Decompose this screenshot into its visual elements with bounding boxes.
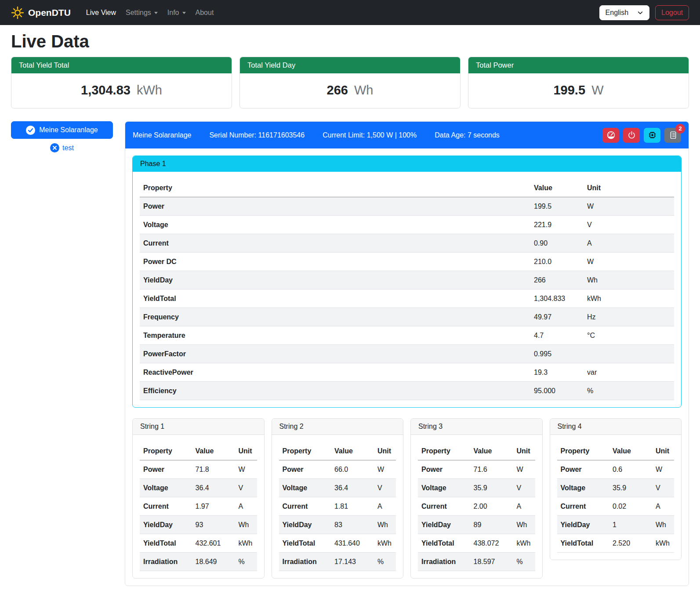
property-cell: Temperature (140, 326, 530, 345)
unit-cell: Wh (511, 516, 535, 534)
string-2-card: String 2 Property Value Unit (272, 418, 404, 579)
card-unit: kWh (137, 83, 162, 97)
column-header-property: Property (279, 442, 331, 460)
table-row: PowerFactor0.995 (140, 345, 674, 363)
card-title: Total Yield Total (11, 57, 232, 73)
unit-cell: Wh (232, 516, 257, 534)
column-header-value: Value (530, 179, 580, 197)
limit-settings-button[interactable] (602, 128, 619, 143)
value-cell: 18.649 (192, 553, 232, 571)
column-header-property: Property (418, 442, 470, 460)
column-header-property: Property (140, 442, 192, 460)
unit-cell: % (232, 553, 257, 571)
inverter-data-age: Data Age: 7 seconds (435, 131, 500, 139)
value-cell: 89 (470, 516, 511, 534)
unit-cell: kWh (232, 534, 257, 553)
unit-cell: Wh (580, 271, 674, 289)
table-row: YieldTotal438.072kWh (418, 534, 535, 553)
nav-item-label: Info (167, 9, 179, 17)
value-cell: 0.6 (609, 460, 649, 479)
property-cell: Voltage (140, 479, 192, 497)
string-1-title: String 1 (133, 419, 264, 435)
property-cell: YieldTotal (418, 534, 470, 553)
table-row: Current1.81A (279, 497, 396, 516)
table-row: Current2.00A (418, 497, 535, 516)
table-row: Current0.02A (557, 497, 675, 516)
nav-item-info[interactable]: Info (163, 5, 190, 20)
property-cell: Current (279, 497, 331, 516)
unit-cell: % (511, 553, 535, 571)
string-4-title: String 4 (550, 419, 682, 435)
inverter-serial: Serial Number: 116171603546 (209, 131, 305, 139)
column-header-unit: Unit (649, 442, 674, 460)
value-cell: 95.000 (530, 382, 580, 400)
unit-cell: V (511, 479, 535, 497)
property-cell: Power DC (140, 253, 530, 271)
brand-name: OpenDTU (28, 7, 71, 18)
table-row: YieldTotal432.601kWh (140, 534, 257, 553)
property-cell: Current (140, 234, 530, 253)
event-log-button[interactable]: 2 (664, 128, 681, 143)
value-cell: 1,304.833 (530, 289, 580, 308)
table-row: Irradiation18.649% (140, 553, 257, 571)
value-cell: 71.6 (470, 460, 511, 479)
property-cell: YieldDay (140, 271, 530, 289)
device-info-button[interactable] (644, 128, 660, 143)
value-cell: 0.02 (609, 497, 649, 516)
unit-cell: A (580, 234, 674, 253)
dropdown-caret-icon (154, 12, 158, 14)
unit-cell: A (232, 497, 257, 516)
property-cell: Voltage (140, 216, 530, 234)
string-4-table: Property Value Unit Power0.6WVoltage35.9… (557, 442, 675, 553)
logout-button[interactable]: Logout (655, 5, 689, 20)
table-header-row: Property Value Unit (140, 179, 674, 197)
property-cell: YieldDay (418, 516, 470, 534)
column-header-property: Property (557, 442, 609, 460)
value-cell: 49.97 (530, 308, 580, 326)
summary-cards-row: Total Yield Total 1,304.83 kWh Total Yie… (11, 57, 689, 109)
property-cell: YieldDay (140, 516, 192, 534)
table-row: Efficiency95.000% (140, 382, 674, 400)
inverter-limit: Current Limit: 1,500 W | 100% (323, 131, 417, 139)
nav-item-live-view[interactable]: Live View (82, 5, 120, 20)
brand-logo[interactable]: OpenDTU (11, 6, 71, 19)
unit-cell: W (371, 460, 396, 479)
value-cell: 71.8 (192, 460, 232, 479)
unit-cell: A (649, 497, 674, 516)
property-cell: Irradiation (279, 553, 331, 571)
event-count-badge: 2 (675, 124, 685, 134)
table-header-row: Property Value Unit (140, 442, 257, 460)
table-row: Voltage35.9V (557, 479, 675, 497)
inverter-test-row: test (11, 143, 113, 152)
table-row: YieldDay1Wh (557, 516, 675, 534)
unit-cell: W (511, 460, 535, 479)
value-cell: 93 (192, 516, 232, 534)
value-cell: 35.9 (609, 479, 649, 497)
string-1-card: String 1 Property Value Unit (132, 418, 265, 579)
string-2-title: String 2 (272, 419, 403, 435)
nav-item-settings[interactable]: Settings (122, 5, 162, 20)
table-row: Current1.97A (140, 497, 257, 516)
x-circle-icon[interactable] (50, 143, 59, 152)
unit-cell: °C (580, 326, 674, 345)
value-cell: 431.640 (331, 534, 371, 553)
language-select[interactable]: English (599, 5, 649, 20)
value-cell: 18.597 (470, 553, 511, 571)
property-cell: Power (140, 460, 192, 479)
table-row: YieldDay89Wh (418, 516, 535, 534)
value-cell: 83 (331, 516, 371, 534)
string-1-table: Property Value Unit Power71.8WVoltage36.… (140, 442, 257, 571)
string-3-table: Property Value Unit Power71.6WVoltage35.… (418, 442, 535, 571)
unit-cell: var (580, 363, 674, 382)
inverter-select-button[interactable]: Meine Solaranlage (11, 121, 113, 139)
nav-item-about[interactable]: About (192, 5, 218, 20)
total-power-card: Total Power 199.5 W (468, 57, 689, 109)
property-cell: Power (140, 197, 530, 216)
table-header-row: Property Value Unit (557, 442, 675, 460)
table-row: YieldTotal431.640kWh (279, 534, 396, 553)
unit-cell: kWh (580, 289, 674, 308)
total-yield-total-card: Total Yield Total 1,304.83 kWh (11, 57, 232, 109)
journal-list-icon (669, 131, 677, 139)
value-cell: 36.4 (192, 479, 232, 497)
power-toggle-button[interactable] (623, 128, 640, 143)
